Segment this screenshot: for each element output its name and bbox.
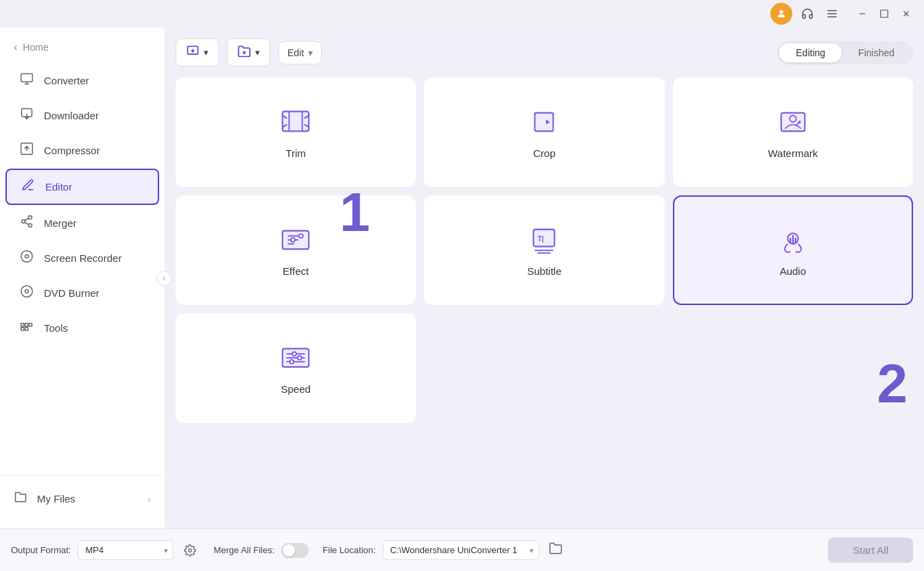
- sidebar-home[interactable]: ‹ Home: [0, 34, 165, 60]
- svg-point-21: [25, 255, 29, 258]
- subtitle-card[interactable]: T| Subtitle: [424, 195, 664, 305]
- sidebar-my-files[interactable]: My Files ›: [0, 483, 165, 515]
- output-format-label: Output Format:: [11, 545, 71, 555]
- headphones-icon[interactable]: [798, 4, 817, 23]
- tools-icon: [19, 319, 34, 337]
- bottom-bar: Output Format: MP4 MOV AVI MKV WMV ▾ Mer…: [0, 529, 924, 571]
- svg-point-48: [291, 238, 295, 242]
- svg-rect-34: [283, 111, 309, 131]
- svg-text:T|: T|: [538, 234, 544, 242]
- menu-icon[interactable]: [822, 4, 842, 23]
- close-button[interactable]: [897, 4, 916, 23]
- main-toolbar: ▾ ▾ Edit ▾ Editing Finished: [176, 38, 913, 66]
- app-layout: ‹ Home Converter Downloader Compressor: [0, 27, 924, 529]
- add-folder-dropdown-icon: ▾: [255, 47, 260, 58]
- svg-point-42: [798, 121, 801, 123]
- title-bar: [0, 0, 924, 27]
- edit-label: Edit: [287, 47, 304, 58]
- merge-files-label: Merge All Files:: [213, 545, 274, 555]
- svg-point-23: [25, 290, 29, 293]
- sidebar-item-downloader[interactable]: Downloader: [5, 99, 159, 132]
- svg-point-62: [298, 356, 302, 360]
- editor-grid: Trim Crop Watermark: [176, 77, 913, 423]
- sidebar-item-editor[interactable]: Editor: [5, 169, 159, 205]
- user-avatar[interactable]: [770, 3, 792, 25]
- file-location-browse-icon[interactable]: [549, 542, 562, 559]
- toggle-editing-button[interactable]: Editing: [779, 43, 842, 62]
- crop-label: Crop: [533, 147, 556, 159]
- watermark-card[interactable]: Watermark: [673, 77, 913, 187]
- svg-rect-25: [25, 324, 28, 326]
- trim-card[interactable]: Trim: [176, 77, 416, 187]
- edit-dropdown[interactable]: Edit ▾: [279, 41, 322, 64]
- subtitle-label: Subtitle: [527, 265, 561, 277]
- sidebar: ‹ Home Converter Downloader Compressor: [0, 27, 165, 529]
- svg-rect-49: [534, 229, 555, 246]
- speed-card[interactable]: Speed: [176, 313, 416, 423]
- watermark-label: Watermark: [768, 147, 818, 159]
- sidebar-footer: My Files ›: [0, 475, 165, 522]
- converter-label: Converter: [44, 75, 89, 86]
- dvd-burner-label: DVD Burner: [44, 287, 99, 299]
- sidebar-item-dvd-burner[interactable]: DVD Burner: [5, 276, 159, 310]
- output-format-wrapper: MP4 MOV AVI MKV WMV ▾: [78, 540, 174, 560]
- merger-icon: [19, 215, 34, 232]
- add-file-label: ▾: [204, 47, 209, 58]
- add-folder-button[interactable]: ▾: [227, 38, 270, 66]
- output-settings-icon[interactable]: [180, 541, 200, 560]
- home-label: Home: [23, 42, 48, 53]
- downloader-label: Downloader: [44, 110, 99, 121]
- svg-point-64: [189, 548, 192, 552]
- maximize-button[interactable]: [875, 4, 894, 23]
- file-location-label: File Location:: [322, 545, 375, 555]
- svg-rect-37: [535, 112, 554, 131]
- svg-rect-5: [881, 10, 888, 18]
- converter-icon: [19, 72, 34, 89]
- sidebar-item-compressor[interactable]: Compressor: [5, 134, 159, 167]
- merge-toggle[interactable]: [281, 543, 309, 558]
- svg-rect-8: [21, 74, 33, 82]
- my-files-arrow: ›: [147, 493, 151, 505]
- svg-point-47: [299, 234, 303, 238]
- screen-recorder-icon: [19, 250, 34, 267]
- start-all-button[interactable]: Start All: [828, 537, 913, 563]
- sidebar-item-screen-recorder[interactable]: Screen Recorder: [5, 241, 159, 275]
- dvd-burner-icon: [19, 284, 34, 302]
- screen-recorder-label: Screen Recorder: [44, 252, 121, 264]
- svg-point-20: [21, 251, 33, 263]
- sidebar-collapse-button[interactable]: [156, 271, 171, 286]
- toggle-finished-button[interactable]: Finished: [842, 43, 911, 62]
- my-files-icon: [14, 491, 27, 507]
- tools-label: Tools: [44, 322, 68, 334]
- merger-label: Merger: [44, 217, 77, 229]
- svg-point-16: [22, 220, 25, 223]
- editor-label: Editor: [45, 181, 72, 193]
- audio-card[interactable]: Audio: [673, 195, 913, 305]
- svg-point-15: [29, 216, 32, 219]
- add-file-button[interactable]: ▾: [176, 38, 219, 66]
- compressor-icon: [19, 142, 34, 159]
- svg-line-19: [25, 218, 29, 220]
- sidebar-item-converter[interactable]: Converter: [5, 64, 159, 97]
- downloader-icon: [19, 107, 34, 124]
- compressor-label: Compressor: [44, 145, 100, 156]
- trim-label: Trim: [285, 147, 305, 159]
- speed-label: Speed: [281, 383, 310, 395]
- output-format-select[interactable]: MP4 MOV AVI MKV WMV: [78, 540, 174, 560]
- svg-point-63: [290, 359, 294, 363]
- svg-rect-28: [25, 328, 28, 330]
- mode-toggle: Editing Finished: [777, 41, 913, 64]
- sidebar-item-merger[interactable]: Merger: [5, 206, 159, 240]
- minimize-button[interactable]: [853, 4, 872, 23]
- window-controls: [853, 4, 916, 23]
- crop-card[interactable]: Crop: [424, 77, 664, 187]
- add-folder-icon: [237, 45, 251, 60]
- sidebar-item-tools[interactable]: Tools: [5, 311, 159, 345]
- file-location-select[interactable]: C:\Wondershare UniConverter 1: [383, 540, 539, 560]
- svg-line-18: [25, 222, 29, 224]
- effect-card[interactable]: Effect: [176, 195, 416, 305]
- output-format-field: Output Format: MP4 MOV AVI MKV WMV ▾: [11, 540, 200, 560]
- svg-point-17: [29, 223, 32, 227]
- file-location-field: File Location: C:\Wondershare UniConvert…: [322, 540, 562, 560]
- audio-label: Audio: [780, 265, 806, 277]
